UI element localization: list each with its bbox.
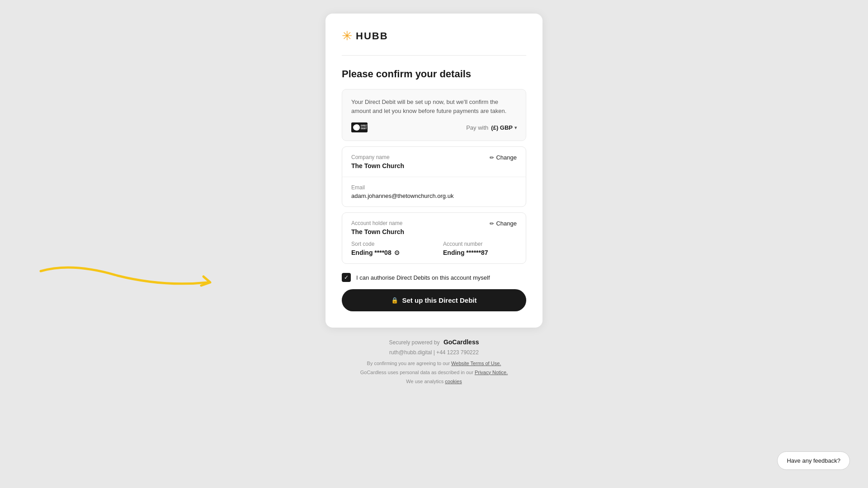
privacy-text: GoCardless uses personal data as describ… xyxy=(360,370,473,375)
main-card: ✳ HUBB Please confirm your details Your … xyxy=(326,14,542,328)
authorise-checkbox-label: I can authorise Direct Debits on this ac… xyxy=(356,274,490,281)
company-name-value: The Town Church xyxy=(351,162,404,169)
account-number-item: Account number Ending ******87 xyxy=(443,241,517,256)
email-row: Email adam.johannes@thetownchurch.org.uk xyxy=(342,177,526,206)
sort-account-row: Sort code Ending ****08 ⊙ Account number… xyxy=(351,241,517,256)
powered-by-text: Securely powered by GoCardless xyxy=(360,338,508,346)
email-value: adam.johannes@thetownchurch.org.uk xyxy=(351,192,517,199)
authorise-checkbox-row: ✓ I can authorise Direct Debits on this … xyxy=(342,273,526,282)
info-box: Your Direct Debit will be set up now, bu… xyxy=(342,89,526,141)
pencil-icon: ✏ xyxy=(490,155,494,161)
lock-icon: 🔒 xyxy=(391,297,398,304)
eye-icon[interactable]: ⊙ xyxy=(394,249,400,256)
info-box-text: Your Direct Debit will be set up now, bu… xyxy=(351,98,517,115)
setup-btn-label: Set up this Direct Debit xyxy=(402,296,476,304)
company-details-section: Company name The Town Church ✏ Change Em… xyxy=(342,146,526,207)
company-name-row: Company name The Town Church ✏ Change xyxy=(342,147,526,177)
logo-area: ✳ HUBB xyxy=(342,30,526,42)
svg-text:DEBIT: DEBIT xyxy=(361,127,367,130)
sort-code-label: Sort code xyxy=(351,241,425,247)
company-name-info: Company name The Town Church xyxy=(351,154,404,169)
currency-selector[interactable]: (£) GBP ▾ xyxy=(491,124,517,131)
setup-direct-debit-button[interactable]: 🔒 Set up this Direct Debit xyxy=(342,289,526,311)
pay-with-area: Pay with (£) GBP ▾ xyxy=(466,124,517,131)
sort-code-item: Sort code Ending ****08 ⊙ xyxy=(351,241,425,256)
svg-point-1 xyxy=(354,124,360,131)
account-number-value-row: Ending ******87 xyxy=(443,249,517,256)
sort-code-value-row: Ending ****08 ⊙ xyxy=(351,249,425,256)
email-label: Email xyxy=(351,184,517,191)
powered-by-label: Securely powered by xyxy=(389,339,439,346)
terms-text: By confirming you are agreeing to our xyxy=(367,361,450,366)
currency-value: (£) GBP xyxy=(491,124,513,131)
direct-debit-row: DIRECT DEBIT Pay with (£) GBP ▾ xyxy=(351,122,517,132)
feedback-button[interactable]: Have any feedback? xyxy=(777,451,850,470)
chevron-down-icon: ▾ xyxy=(514,125,517,130)
hubb-logo-text: HUBB xyxy=(356,30,388,42)
gocardless-logo: GoCardless xyxy=(443,338,479,346)
privacy-link[interactable]: Privacy Notice. xyxy=(475,370,508,375)
footer-links: By confirming you are agreeing to our We… xyxy=(360,359,508,386)
hubb-logo-icon: ✳ xyxy=(342,30,352,42)
authorise-checkbox[interactable]: ✓ xyxy=(342,273,351,282)
page-title: Please confirm your details xyxy=(342,68,526,80)
account-holder-info: Account holder name The Town Church xyxy=(351,220,404,235)
arrow-annotation xyxy=(36,258,226,305)
company-change-button[interactable]: ✏ Change xyxy=(490,154,517,161)
header-divider xyxy=(342,55,526,56)
bank-change-button[interactable]: ✏ Change xyxy=(490,220,517,227)
contact-info: ruth@hubb.digital | +44 1223 790222 xyxy=(360,349,508,356)
analytics-text: We use analytics xyxy=(406,379,443,384)
bank-details-section: Account holder name The Town Church ✏ Ch… xyxy=(342,212,526,264)
account-number-value: Ending ******87 xyxy=(443,249,488,256)
company-change-label: Change xyxy=(496,154,517,161)
company-name-label: Company name xyxy=(351,154,404,160)
pencil-icon-bank: ✏ xyxy=(490,221,494,227)
bank-details-inner: Account holder name The Town Church ✏ Ch… xyxy=(342,213,526,263)
cookies-link[interactable]: cookies xyxy=(445,379,462,384)
account-holder-label: Account holder name xyxy=(351,220,404,226)
direct-debit-logo: DIRECT DEBIT xyxy=(351,122,368,132)
dd-logo-icon: DIRECT DEBIT xyxy=(351,122,368,132)
bank-details-header: Account holder name The Town Church ✏ Ch… xyxy=(351,220,517,235)
bank-change-label: Change xyxy=(496,220,517,227)
sort-code-value: Ending ****08 xyxy=(351,249,392,256)
terms-link[interactable]: Website Terms of Use. xyxy=(451,361,501,366)
account-number-label: Account number xyxy=(443,241,517,247)
svg-text:DIRECT: DIRECT xyxy=(361,125,368,127)
footer-area: Securely powered by GoCardless ruth@hubb… xyxy=(351,338,517,386)
check-mark-icon: ✓ xyxy=(344,274,349,281)
svg-point-2 xyxy=(355,126,359,129)
account-holder-value: The Town Church xyxy=(351,228,404,235)
pay-with-label: Pay with xyxy=(466,124,488,131)
